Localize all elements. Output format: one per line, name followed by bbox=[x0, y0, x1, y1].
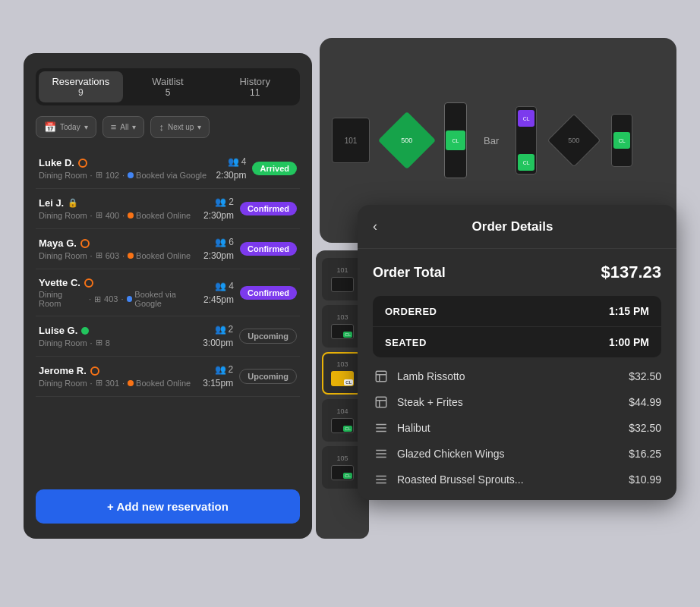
green-dot-icon bbox=[81, 327, 89, 335]
google-icon bbox=[127, 296, 133, 302]
online-icon bbox=[128, 212, 134, 219]
table-diamond[interactable]: 500 bbox=[550, 117, 598, 164]
order-items-list: Lamb Rissotto $32.50 Steak + Frites $44.… bbox=[358, 368, 676, 500]
table-bar-right2[interactable]: CL bbox=[611, 114, 632, 167]
list-item: Halibut $32.50 bbox=[373, 420, 661, 436]
order-title: Order Details bbox=[386, 219, 639, 234]
food-icon bbox=[373, 471, 389, 488]
status-badge: Confirmed bbox=[240, 242, 297, 256]
section-filter[interactable]: ≡ All ▾ bbox=[102, 116, 145, 138]
tab-reservations[interactable]: Reservations 9 bbox=[39, 71, 123, 102]
status-badge: Upcoming bbox=[239, 369, 297, 384]
clock-icon bbox=[80, 239, 90, 248]
reservation-list: Luke D. Dining Room · ⊞ 102 · Booked via… bbox=[36, 149, 300, 479]
status-badge: Confirmed bbox=[240, 202, 297, 215]
add-reservation-button[interactable]: + Add new reservation bbox=[36, 489, 300, 524]
status-badge: Arrived bbox=[252, 162, 297, 175]
lock-icon: 🔒 bbox=[68, 198, 78, 208]
table-row[interactable]: Luise G. Dining Room · ⊞ 8 👥 2 3:00pm Up… bbox=[36, 316, 300, 357]
order-times: ORDERED 1:15 PM SEATED 1:00 PM bbox=[373, 296, 661, 357]
food-icon bbox=[373, 445, 389, 462]
status-badge: Upcoming bbox=[239, 329, 297, 344]
date-filter[interactable]: 📅 Today ▾ bbox=[36, 116, 96, 138]
clock-icon bbox=[84, 278, 93, 288]
online-icon bbox=[128, 380, 134, 386]
bar-area: Bar bbox=[484, 135, 499, 146]
table-row[interactable]: Lei J. 🔒 Dining Room · ⊞ 400 · Booked On… bbox=[36, 189, 300, 229]
tab-history[interactable]: History 11 bbox=[213, 71, 297, 102]
sidebar-table-105[interactable]: 105 CL bbox=[322, 446, 363, 489]
table-row[interactable]: Luke D. Dining Room · ⊞ 102 · Booked via… bbox=[36, 149, 300, 189]
food-icon bbox=[373, 368, 389, 385]
table-bar-right1[interactable]: CL CL bbox=[516, 106, 537, 175]
sidebar-table-103[interactable]: 103 CL bbox=[322, 305, 363, 348]
clock-icon bbox=[90, 366, 99, 376]
back-button[interactable]: ‹ bbox=[373, 219, 377, 234]
table-chip-101 bbox=[331, 277, 354, 292]
sidebar-table-104[interactable]: 104 CL bbox=[322, 399, 363, 442]
seated-row: SEATED 1:00 PM bbox=[373, 326, 661, 357]
reservations-panel: Reservations 9 Waitlist 5 History 11 📅 T… bbox=[24, 53, 312, 539]
table-500[interactable]: 500 bbox=[380, 114, 434, 167]
clock-icon bbox=[78, 159, 87, 168]
table-chip-103b: CL bbox=[331, 371, 354, 386]
order-header: ‹ Order Details bbox=[358, 205, 676, 249]
svg-rect-3 bbox=[376, 397, 386, 407]
svg-rect-0 bbox=[376, 371, 386, 382]
sidebar-table-103b[interactable]: 103 CL bbox=[322, 352, 363, 395]
table-row[interactable]: Maya G. Dining Room · ⊞ 603 · Booked Onl… bbox=[36, 229, 300, 269]
list-item: Glazed Chicken Wings $16.25 bbox=[373, 445, 661, 462]
ordered-row: ORDERED 1:15 PM bbox=[373, 296, 661, 326]
table-center[interactable]: CL bbox=[444, 102, 467, 178]
list-item: Lamb Rissotto $32.50 bbox=[373, 368, 661, 385]
table-101[interactable]: 101 bbox=[332, 118, 370, 163]
table-chip-104: CL bbox=[331, 418, 354, 433]
food-icon bbox=[373, 394, 389, 410]
sort-filter[interactable]: ↕ Next up ▾ bbox=[150, 116, 210, 138]
list-item: Steak + Frites $44.99 bbox=[373, 394, 661, 410]
sidebar-table-101[interactable]: 101 bbox=[322, 258, 363, 300]
tab-waitlist[interactable]: Waitlist 5 bbox=[126, 71, 210, 102]
table-row[interactable]: Jerome R. Dining Room · ⊞ 301 · Booked O… bbox=[36, 357, 300, 397]
status-badge: Confirmed bbox=[240, 286, 297, 300]
tab-bar: Reservations 9 Waitlist 5 History 11 bbox=[36, 68, 300, 105]
table-chip-105: CL bbox=[331, 465, 354, 480]
table-chip-103: CL bbox=[331, 324, 354, 339]
online-icon bbox=[128, 253, 134, 259]
table-row[interactable]: Yvette C. Dining Room · ⊞ 403 · Booked v… bbox=[36, 269, 300, 316]
order-details-panel: ‹ Order Details Order Total $137.23 ORDE… bbox=[358, 205, 676, 500]
food-icon bbox=[373, 420, 389, 436]
filter-bar: 📅 Today ▾ ≡ All ▾ ↕ Next up ▾ bbox=[36, 116, 300, 138]
list-item: Roasted Brussel Sprouts... $10.99 bbox=[373, 471, 661, 488]
google-icon bbox=[128, 172, 134, 178]
order-total-row: Order Total $137.23 bbox=[358, 249, 676, 296]
